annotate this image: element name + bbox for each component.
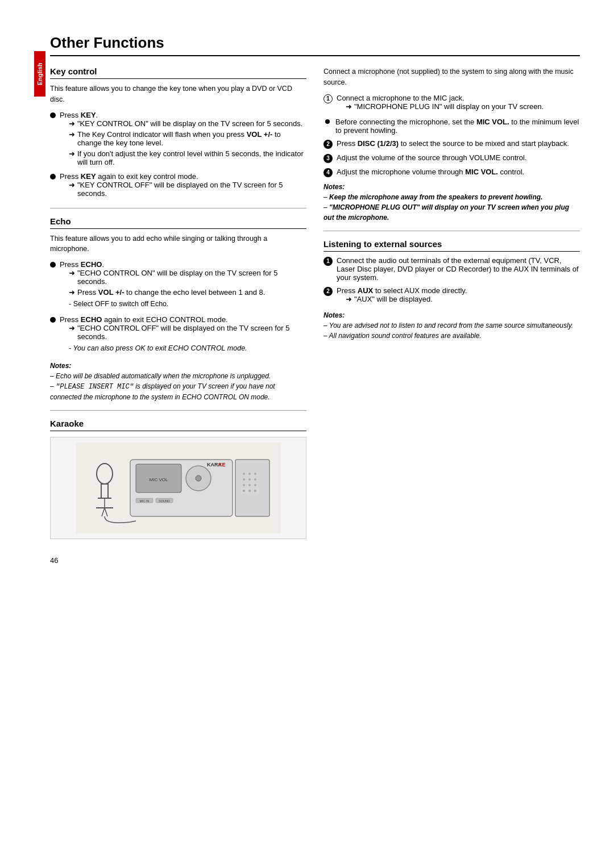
listen-step-num-2: 2	[323, 287, 333, 296]
svg-point-27	[248, 484, 251, 486]
echo-arrow-2-text: Press VOL +/- to change the echo level b…	[77, 288, 265, 297]
key-arrow-3-text: If you don't adjust the key control leve…	[77, 149, 306, 166]
page-title: Other Functions	[50, 34, 580, 56]
key-arrow-2-text: The Key Control indicator will flash whe…	[77, 130, 306, 147]
karaoke-title: Karaoke	[50, 419, 306, 431]
listening-title: Listening to external sources	[323, 239, 580, 252]
karaoke-notes: Notes: – Keep the microphone away from t…	[323, 182, 580, 223]
karaoke-step-5-text: Adjust the microphone volume through MIC…	[337, 168, 524, 176]
karaoke-note-2: – "MICROPHONE PLUG OUT" will display on …	[323, 202, 580, 223]
echo-description: This feature allows you to add echo whil…	[50, 233, 306, 255]
svg-point-20	[243, 473, 245, 475]
echo-notes-title: Notes:	[50, 361, 306, 371]
echo-step-1-arrow-1: ➜ "ECHO CONTROL ON" will be display on t…	[69, 269, 306, 286]
listening-step-1: 1 Connect the audio out terminals of the…	[323, 256, 580, 282]
listening-step-2: 2 Press AUX to select AUX mode directly.…	[323, 286, 580, 306]
step-number-4: 4	[323, 168, 333, 177]
key-step-1-arrow-1: ➜ "KEY CONTROL ON" will be display on th…	[69, 119, 306, 128]
key-step-2-arrow-text: "KEY CONTROL OFF" will be displayed on t…	[77, 181, 306, 198]
echo-title: Echo	[50, 216, 306, 229]
echo-note-1: – Echo will be disabled automatically wh…	[50, 371, 306, 381]
listening-note-1: – You are advised not to listen to and r…	[323, 320, 580, 331]
language-tab: English	[34, 51, 45, 97]
key-step-2-text: Press KEY again to exit key control mode…	[60, 172, 198, 181]
section-divider-3	[323, 231, 580, 231]
listening-notes-title: Notes:	[323, 310, 580, 320]
key-step-1-arrow-3: ➜ If you don't adjust the key control le…	[69, 149, 306, 166]
bullet-icon	[50, 174, 56, 180]
bullet-icon	[50, 317, 56, 323]
listen-step-num-1: 1	[323, 257, 333, 266]
svg-point-30	[248, 490, 251, 492]
step-number-3: 3	[323, 154, 333, 163]
karaoke-step-1: 1 Connect a microphone to the MIC jack. …	[323, 94, 580, 113]
svg-point-21	[248, 473, 251, 475]
right-column: Connect a microphone (not supplied) to t…	[323, 66, 580, 539]
bullet-icon	[50, 262, 56, 268]
echo-step-1-text: Press ECHO.	[60, 260, 104, 269]
echo-step-2: Press ECHO again to exit ECHO CONTROL mo…	[50, 315, 306, 356]
svg-point-24	[248, 478, 251, 481]
echo-sub-2: - You can also press OK to exit ECHO CON…	[69, 343, 306, 354]
svg-text:MIC VOL: MIC VOL	[149, 477, 168, 482]
karaoke-diagram-svg: MIC VOL KARA KE MIC IN SOUND	[76, 443, 281, 533]
left-column: Key control This feature allows you to c…	[50, 66, 306, 539]
echo-arrow-1-text: "ECHO CONTROL ON" will be display on the…	[77, 269, 306, 286]
key-step-1: Press KEY. ➜ "KEY CONTROL ON" will be di…	[50, 111, 306, 169]
listening-step-2-arrow: ➜ "AUX" will be displayed.	[346, 295, 467, 303]
key-step-1-text: Press KEY.	[60, 111, 98, 119]
listening-note-2: – All navigation sound control features …	[323, 331, 580, 341]
key-control-title: Key control	[50, 66, 306, 79]
svg-point-22	[254, 473, 256, 475]
key-step-1-arrow-2: ➜ The Key Control indicator will flash w…	[69, 130, 306, 147]
svg-point-23	[243, 478, 245, 481]
karaoke-step-2-text: Before connecting the microphone, set th…	[335, 118, 580, 135]
svg-point-31	[254, 490, 256, 492]
svg-point-26	[243, 484, 245, 486]
bullet-icon	[50, 112, 56, 118]
karaoke-step-3-text: Press DISC (1/2/3) to select the source …	[337, 139, 569, 148]
listening-notes: Notes: – You are advised not to listen t…	[323, 310, 580, 341]
key-step-2-arrow-1: ➜ "KEY CONTROL OFF" will be displayed on…	[69, 181, 306, 198]
karaoke-intro-text: Connect a microphone (not supplied) to t…	[323, 66, 580, 88]
karaoke-step-1-arrow-text: "MICROPHONE PLUG IN" will display on you…	[354, 102, 544, 111]
key-control-description: This feature allows you to change the ke…	[50, 84, 306, 105]
svg-point-29	[243, 490, 245, 492]
echo-step-1-arrow-2: ➜ Press VOL +/- to change the echo level…	[69, 288, 306, 297]
key-arrow-1-text: "KEY CONTROL ON" will be display on the …	[77, 119, 302, 128]
step-number-2: 2	[323, 140, 333, 149]
karaoke-note-1: – Keep the microphone away from the spea…	[323, 192, 580, 202]
listening-step-2-text: Press AUX to select AUX mode directly.	[337, 286, 467, 295]
section-divider-2	[50, 410, 306, 411]
karaoke-step-3: 2 Press DISC (1/2/3) to select the sourc…	[323, 139, 580, 149]
svg-text:SOUND: SOUND	[159, 499, 170, 503]
karaoke-step-4-text: Adjust the volume of the source through …	[337, 153, 527, 162]
echo-notes: Notes: – Echo will be disabled automatic…	[50, 361, 306, 402]
echo-sub-1: - Select OFF to switch off Echo.	[69, 299, 306, 310]
listening-step-2-arrow-text: "AUX" will be displayed.	[354, 295, 433, 303]
karaoke-step-1-arrow: ➜ "MICROPHONE PLUG IN" will display on y…	[346, 102, 544, 111]
echo-step-1: Press ECHO. ➜ "ECHO CONTROL ON" will be …	[50, 260, 306, 312]
svg-point-28	[254, 484, 256, 486]
echo-step-2-text: Press ECHO again to exit ECHO CONTROL mo…	[60, 315, 228, 324]
svg-point-25	[254, 478, 256, 481]
section-divider	[50, 208, 306, 208]
svg-rect-19	[235, 460, 269, 516]
page-number: 46	[50, 556, 580, 565]
karaoke-notes-title: Notes:	[323, 182, 580, 192]
svg-text:MIC IN: MIC IN	[139, 499, 149, 503]
echo-step-2-arrow-1: ➜ "ECHO CONTROL OFF" will be displayed o…	[69, 324, 306, 341]
echo-step-2-arrow-text: "ECHO CONTROL OFF" will be displayed on …	[77, 324, 306, 341]
karaoke-image: MIC VOL KARA KE MIC IN SOUND	[50, 437, 306, 539]
karaoke-step-5: 4 Adjust the microphone volume through M…	[323, 168, 580, 177]
karaoke-step-1-text: Connect a microphone to the MIC jack.	[337, 94, 464, 102]
step-number-1: 1	[323, 94, 333, 103]
svg-text:KE: KE	[218, 462, 226, 468]
karaoke-step-2: Before connecting the microphone, set th…	[323, 118, 580, 135]
bullet-icon-2	[325, 119, 330, 124]
listening-step-1-text: Connect the audio out terminals of the e…	[337, 256, 580, 282]
echo-note-2: – "PLEASE INSERT MIC" is displayed on yo…	[50, 381, 306, 402]
key-step-2: Press KEY again to exit key control mode…	[50, 172, 306, 200]
svg-point-12	[196, 475, 201, 481]
karaoke-step-4: 3 Adjust the volume of the source throug…	[323, 153, 580, 163]
